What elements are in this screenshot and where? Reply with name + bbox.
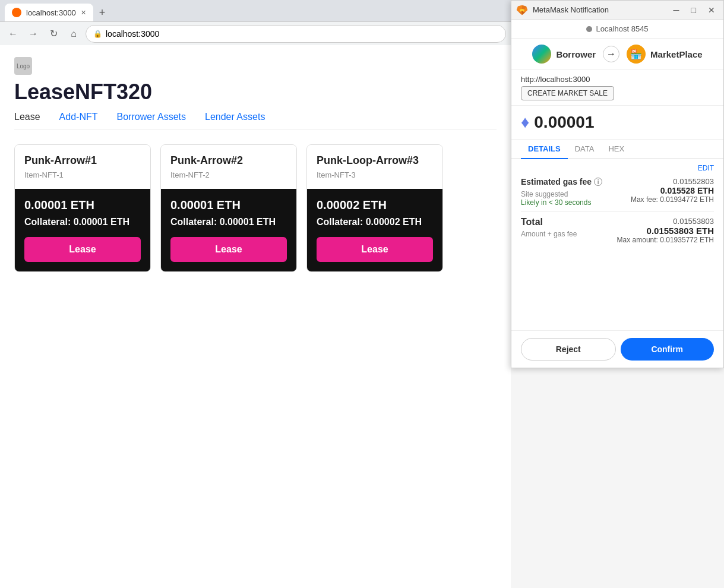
max-fee-label: Max fee:: [631, 195, 658, 204]
total-values: 0.01553803 0.01553803 ETH Max amount: 0.…: [617, 217, 714, 244]
details-tab[interactable]: DETAILS: [521, 140, 568, 159]
data-tab[interactable]: DATA: [568, 140, 602, 159]
close-button[interactable]: ✕: [704, 4, 719, 16]
nav-add-nft[interactable]: Add-NFT: [59, 112, 98, 122]
app-title: LeaseNFT320: [14, 80, 497, 105]
tab-close-btn[interactable]: ✕: [81, 9, 86, 17]
tab-favicon: [12, 8, 21, 17]
gas-fee-label: Estimated gas fee i: [521, 177, 602, 186]
accounts-arrow: →: [603, 46, 619, 62]
network-status-dot: [586, 26, 592, 32]
active-tab: localhost:3000 ✕: [5, 4, 93, 21]
tab-title: localhost:3000: [26, 8, 76, 17]
lock-icon: 🔒: [93, 30, 102, 38]
lease-button-1[interactable]: Lease: [24, 237, 141, 262]
maximize-button[interactable]: □: [688, 4, 700, 16]
lease-button-2[interactable]: Lease: [170, 237, 287, 262]
nav-lease[interactable]: Lease: [14, 112, 40, 122]
nft-card-1: Punk-Arrow#1 Item-NFT-1 0.00001 ETH Coll…: [14, 144, 151, 272]
nav-links: Lease Add-NFT Borrower Assets Lender Ass…: [14, 112, 497, 130]
back-button[interactable]: ←: [5, 26, 21, 42]
marketplace-account-icon: 🏪: [627, 45, 646, 64]
max-fee: Max fee: 0.01934772 ETH: [631, 195, 714, 204]
total-row: Total Amount + gas fee 0.01553803 0.0155…: [521, 217, 714, 244]
nft-card-3-price: 0.00002 ETH: [317, 198, 433, 212]
gas-fee-secondary: 0.015528 ETH: [631, 186, 714, 195]
nft-card-2-body: 0.00001 ETH Collateral: 0.00001 ETH Leas…: [161, 189, 296, 271]
lease-button-3[interactable]: Lease: [317, 237, 433, 262]
transaction-tabs: DETAILS DATA HEX: [511, 140, 723, 159]
nft-card-3: Punk-Loop-Arrow#3 Item-NFT-3 0.00002 ETH…: [306, 144, 443, 272]
max-amount-label: Max amount:: [617, 236, 658, 244]
borrower-account-icon: [532, 45, 551, 64]
from-account: Borrower: [532, 45, 596, 64]
site-url-section: http://localhost:3000 CREATE MARKET SALE: [511, 70, 723, 106]
address-bar[interactable]: 🔒 localhost:3000: [86, 25, 506, 43]
metamask-title-bar: MetaMask Notification ─ □ ✕: [511, 1, 723, 20]
nft-card-2-collateral: Collateral: 0.00001 ETH: [170, 217, 287, 227]
network-bar: Localhost 8545: [511, 20, 723, 39]
app-logo: Logo: [14, 57, 497, 75]
nft-card-1-collateral: Collateral: 0.00001 ETH: [24, 217, 141, 227]
metamask-fox-icon: [516, 4, 528, 16]
nav-borrower-assets[interactable]: Borrower Assets: [117, 112, 186, 122]
nft-card-1-title: Punk-Arrow#1: [24, 154, 141, 167]
refresh-button[interactable]: ↻: [45, 26, 62, 42]
amount-section: ♦ 0.00001: [511, 106, 723, 140]
gas-info-icon[interactable]: i: [594, 178, 602, 186]
minimize-button[interactable]: ─: [670, 4, 683, 16]
nav-lender-assets[interactable]: Lender Assets: [205, 112, 265, 122]
nft-card-2: Punk-Arrow#2 Item-NFT-2 0.00001 ETH Coll…: [160, 144, 297, 272]
nft-card-1-id: Item-NFT-1: [24, 170, 141, 179]
details-section: EDIT Estimated gas fee i Site suggested …: [511, 159, 723, 330]
total-label-group: Total Amount + gas fee: [521, 217, 577, 238]
nft-card-3-collateral: Collateral: 0.00002 ETH: [317, 217, 433, 227]
to-account: 🏪 MarketPlace: [627, 45, 703, 64]
tab-bar: localhost:3000 ✕ +: [0, 0, 511, 21]
create-market-sale-button[interactable]: CREATE MARKET SALE: [521, 86, 614, 100]
gas-fee-primary: 0.01552803: [631, 177, 714, 186]
nft-card-3-id: Item-NFT-3: [317, 170, 433, 179]
home-button[interactable]: ⌂: [65, 26, 82, 42]
nft-card-1-body: 0.00001 ETH Collateral: 0.00001 ETH Leas…: [15, 189, 150, 271]
metamask-panel: MetaMask Notification ─ □ ✕ Localhost 85…: [511, 0, 724, 368]
nft-card-2-title: Punk-Arrow#2: [170, 154, 287, 167]
hex-tab[interactable]: HEX: [601, 140, 631, 159]
divider: [521, 211, 714, 212]
logo-image: Logo: [14, 57, 32, 75]
total-primary: 0.01553803: [617, 217, 714, 226]
browser-chrome: localhost:3000 ✕ + ← → ↻ ⌂ 🔒 localhost:3…: [0, 0, 511, 45]
confirm-button[interactable]: Confirm: [621, 338, 714, 361]
action-bar: Reject Confirm: [511, 330, 723, 368]
nft-card-1-header: Punk-Arrow#1 Item-NFT-1: [15, 145, 150, 189]
edit-link[interactable]: EDIT: [521, 164, 714, 172]
app-content: Logo LeaseNFT320 Lease Add-NFT Borrower …: [0, 45, 511, 588]
reject-button[interactable]: Reject: [521, 338, 616, 361]
gas-fee-row: Estimated gas fee i Site suggested Likel…: [521, 177, 714, 207]
nft-card-3-title: Punk-Loop-Arrow#3: [317, 154, 433, 167]
amount-gas-label: Amount + gas fee: [521, 230, 577, 238]
navigation-bar: ← → ↻ ⌂ 🔒 localhost:3000: [0, 21, 511, 45]
forward-button[interactable]: →: [25, 26, 42, 42]
new-tab-button[interactable]: +: [96, 5, 109, 20]
nft-cards-container: Punk-Arrow#1 Item-NFT-1 0.00001 ETH Coll…: [0, 130, 511, 286]
nft-card-3-body: 0.00002 ETH Collateral: 0.00002 ETH Leas…: [307, 189, 442, 271]
eth-diamond-icon: ♦: [521, 113, 529, 132]
gas-fee-label-group: Estimated gas fee i Site suggested Likel…: [521, 177, 602, 207]
max-amount-value: 0.01935772 ETH: [660, 236, 714, 244]
site-suggested-label: Site suggested: [521, 190, 602, 198]
transaction-amount: 0.00001: [534, 113, 594, 132]
total-label: Total: [521, 217, 577, 227]
app-header: Logo LeaseNFT320 Lease Add-NFT Borrower …: [0, 45, 511, 130]
total-secondary: 0.01553803 ETH: [617, 226, 714, 236]
gas-fee-values: 0.01552803 0.015528 ETH Max fee: 0.01934…: [631, 177, 714, 204]
accounts-bar: Borrower → 🏪 MarketPlace: [511, 39, 723, 70]
borrower-account-label: Borrower: [556, 49, 596, 59]
address-url: localhost:3000: [106, 29, 159, 39]
nft-card-2-header: Punk-Arrow#2 Item-NFT-2: [161, 145, 296, 189]
likely-label: Likely in < 30 seconds: [521, 198, 602, 207]
max-fee-value: 0.01934772 ETH: [660, 195, 714, 204]
logo-text: Logo: [17, 63, 30, 69]
metamask-title: MetaMask Notification: [533, 5, 665, 14]
network-label: Localhost 8545: [596, 24, 648, 33]
